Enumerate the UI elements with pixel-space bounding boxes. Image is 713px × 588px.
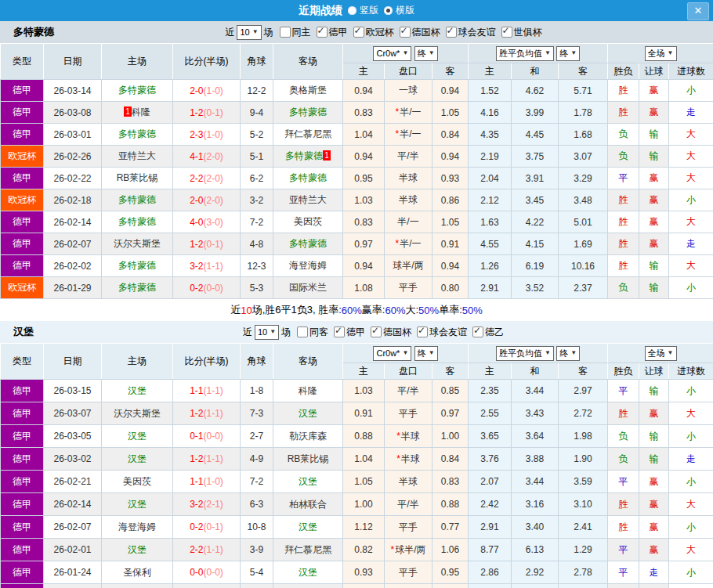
handicap-cell: 半球: [385, 189, 433, 211]
away-team-cell: 国际米兰: [273, 277, 343, 299]
handicap-cell: 平手: [385, 561, 433, 584]
result-wdl-cell: 负: [608, 146, 639, 168]
match-row: 德甲26-02-02多特蒙德3-2(1-1)12-3海登海姆0.94球半/两0.…: [1, 255, 713, 277]
score-cell: 2-0(2-0): [173, 189, 241, 211]
away-team-cell: 汉堡: [273, 561, 343, 584]
away-team-cell: 多特蒙德1: [273, 146, 343, 168]
corner-cell: 12-2: [241, 80, 273, 102]
scope-select[interactable]: 全场▼: [645, 46, 677, 61]
odds-change-star: *: [390, 544, 394, 555]
crow-home-odds: 1.04: [343, 448, 385, 471]
crow-away-odds: 0.94: [433, 255, 469, 277]
avg-odds-select[interactable]: 胜平负均值▼: [496, 346, 554, 361]
league-checkbox[interactable]: 欧冠杯: [353, 26, 394, 39]
result-wdl-cell: 胜: [608, 102, 639, 124]
bookmaker-select[interactable]: Cr0w*▼: [373, 46, 411, 61]
league-checkbox[interactable]: 德甲: [317, 26, 348, 39]
bookmaker-final-select[interactable]: 终▼: [414, 46, 438, 61]
layout-radio-vertical[interactable]: 竖版: [348, 4, 378, 17]
handicap-cell: 平手: [385, 584, 433, 588]
games-label: 场: [264, 26, 273, 39]
odds-change-star: *: [395, 106, 399, 117]
result-handicap-cell: 赢: [639, 233, 669, 255]
match-row: 德甲26-02-22RB莱比锡2-2(2-0)6-2多特蒙德0.95半球0.93…: [1, 168, 713, 189]
crow-away-odds: 1.00: [433, 425, 469, 448]
avg-home-odds: 4.55: [469, 233, 512, 255]
bookmaker-final-select[interactable]: 终▼: [414, 346, 438, 361]
league-checkbox[interactable]: 世俱杯: [501, 26, 542, 39]
league-cell: 德甲: [1, 425, 44, 448]
recent-count-select[interactable]: 10▼: [237, 25, 261, 40]
date-cell: 26-03-15: [44, 380, 102, 402]
same-venue-checkbox[interactable]: 同主: [280, 26, 311, 39]
bookmaker-select[interactable]: Cr0w*▼: [373, 346, 411, 361]
result-wdl-cell: 胜: [608, 211, 639, 233]
league-checkbox[interactable]: 德乙: [472, 326, 504, 339]
result-goals-cell: 小: [669, 425, 713, 448]
result-goals-cell: 小: [669, 516, 713, 539]
layout-radio-horizontal[interactable]: 横版: [384, 4, 414, 17]
away-team-cell: 美因茨: [273, 211, 343, 233]
recent-count-select[interactable]: 10▼: [255, 325, 279, 340]
avg-draw-odds: 3.43: [512, 402, 559, 425]
handicap-cell: 一球: [385, 80, 433, 102]
avg-away-odds: 1.29: [559, 539, 608, 561]
avg-draw-odds: 3.64: [512, 425, 559, 448]
crow-home-odds: 0.82: [343, 539, 385, 561]
match-row: 德甲26-02-14多特蒙德4-0(3-0)7-2美因茨0.83半/一1.051…: [1, 211, 713, 233]
corner-cell: 2-5: [241, 584, 273, 588]
away-team-cell: 柏林联合: [273, 493, 343, 516]
red-card-badge: 1: [124, 106, 132, 117]
avg-draw-odds: 3.44: [512, 471, 559, 493]
home-team-cell: 沃尔夫斯堡: [102, 402, 173, 425]
avg-away-odds: 5.71: [559, 80, 608, 102]
crow-away-odds: 0.77: [433, 516, 469, 539]
horizontal-radio-icon[interactable]: [384, 6, 393, 15]
handicap-cell: *半/一: [385, 124, 433, 146]
section-head-dortmund: 多特蒙德 近 10▼ 场 同主 德甲欧冠杯德国杯球会友谊世俱杯: [0, 21, 713, 43]
result-goals-cell: 大: [669, 539, 713, 561]
crow-away-odds: 0.95: [433, 561, 469, 584]
scope-select[interactable]: 全场▼: [645, 346, 677, 361]
crow-away-odds: 0.86: [433, 189, 469, 211]
league-checkbox[interactable]: 德甲: [334, 326, 365, 339]
result-goals-cell: 走: [669, 448, 713, 471]
avg-away-odds: 2.89: [559, 584, 608, 588]
handicap-cell: 平/半: [385, 493, 433, 516]
crow-away-odds: 0.97: [433, 402, 469, 425]
result-handicap-cell: 赢: [639, 102, 669, 124]
score-cell: 1-2(0-1): [173, 102, 241, 124]
league-checkbox[interactable]: 球会友谊: [446, 26, 496, 39]
avg-away-odds: 2.97: [559, 380, 608, 402]
home-team-cell: 海登海姆: [102, 516, 173, 539]
league-checkbox[interactable]: 球会友谊: [417, 326, 467, 339]
avg-away-odds: 10.16: [559, 255, 608, 277]
avg-draw-odds: 3.42: [512, 584, 559, 588]
result-goals-cell: 小: [669, 584, 713, 588]
match-row: 欧冠杯26-01-29多特蒙德0-2(0-0)5-3国际米兰1.08平手0.80…: [1, 277, 713, 299]
league-checkbox[interactable]: 德国杯: [371, 326, 411, 339]
score-cell: 1-1(1-0): [173, 471, 241, 493]
result-handicap-cell: 赢: [639, 471, 669, 493]
avg-final-select[interactable]: 终▼: [556, 46, 580, 61]
result-goals-cell: 大: [669, 211, 713, 233]
crow-away-odds: 1.08: [433, 584, 469, 588]
vertical-radio-icon[interactable]: [348, 6, 356, 15]
home-team-cell: 亚特兰大: [102, 146, 173, 168]
league-cell: 德甲: [1, 448, 44, 471]
league-checkbox[interactable]: 德国杯: [400, 26, 440, 39]
home-team-cell: RB莱比锡: [102, 168, 173, 189]
crow-home-odds: 1.00: [343, 493, 385, 516]
close-icon[interactable]: ✕: [687, 2, 709, 20]
match-row: 德甲26-03-02汉堡1-2(1-1)4-9RB莱比锡1.04*半球0.843…: [1, 448, 713, 471]
avg-odds-select[interactable]: 胜平负均值▼: [496, 46, 554, 61]
avg-away-odds: 2.37: [559, 277, 608, 299]
same-venue-checkbox[interactable]: 同客: [297, 326, 328, 339]
result-wdl-cell: 胜: [608, 402, 639, 425]
avg-home-odds: 2.12: [469, 189, 512, 211]
crow-home-odds: 0.93: [343, 561, 385, 584]
col-result-wdl: 胜负: [608, 63, 639, 80]
score-cell: 2-2(2-0): [173, 168, 241, 189]
match-row: 德甲26-02-21美因茨1-1(1-0)7-2汉堡1.05半球0.832.07…: [1, 471, 713, 493]
avg-final-select[interactable]: 终▼: [556, 346, 580, 361]
